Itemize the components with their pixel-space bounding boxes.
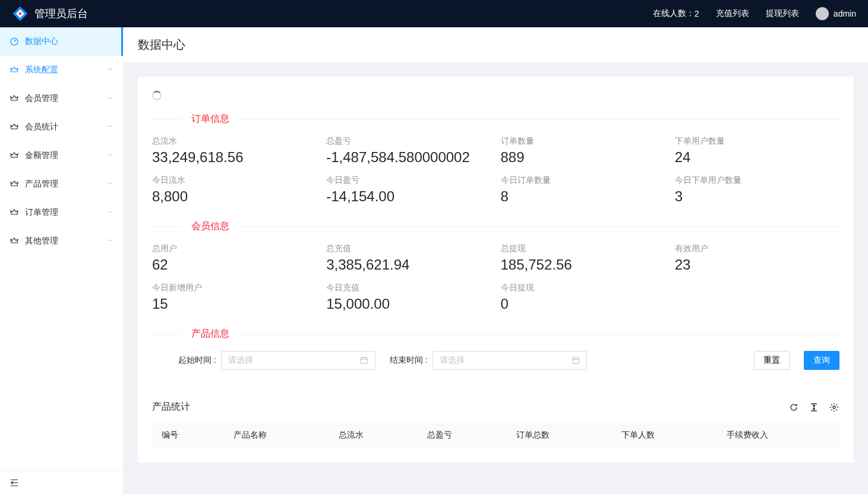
product-stats-card: 产品统计 编号产品名称总流水总盈亏订单总数下单人数手续费收入 — [152, 394, 839, 448]
stat-value: 3 — [675, 188, 839, 205]
stat-value: -1,487,584.580000002 — [326, 149, 491, 166]
svg-rect-3 — [572, 358, 579, 364]
sidebar-item-7[interactable]: 其他管理﹀ — [0, 227, 123, 255]
start-date-field: 起始时间 请选择 — [178, 351, 375, 370]
gear-icon — [829, 403, 839, 412]
section-divider-member: 会员信息 — [152, 220, 839, 233]
stat-value: 889 — [501, 149, 665, 166]
stat-label: 订单数量 — [501, 136, 665, 147]
start-date-input[interactable]: 请选择 — [221, 351, 375, 370]
stat-label: 今日充值 — [326, 283, 491, 293]
settings-button[interactable] — [829, 402, 839, 413]
table-header-4: 订单总数 — [507, 423, 612, 448]
sidebar-item-5[interactable]: 产品管理﹀ — [0, 170, 123, 198]
crown-icon — [10, 208, 19, 217]
end-date-field: 结束时间 请选择 — [390, 351, 587, 370]
table-header-0: 编号 — [152, 423, 224, 448]
stat-label: 今日新增用户 — [152, 283, 317, 293]
main-content: 数据中心 订单信息 总流水33,249,618.56总盈亏-1,487,584.… — [124, 27, 868, 477]
sidebar-item-label: 会员统计 — [25, 122, 108, 132]
sidebar-item-label: 其他管理 — [25, 236, 108, 246]
section-divider-order: 订单信息 — [152, 113, 839, 125]
member-stat-3: 有效用户23 — [675, 243, 839, 278]
end-date-label: 结束时间 — [390, 355, 428, 366]
sidebar-item-3[interactable]: 会员统计﹀ — [0, 113, 123, 141]
stat-label: 总盈亏 — [326, 136, 491, 147]
reload-button[interactable] — [788, 402, 799, 413]
member-stat-7 — [675, 283, 839, 317]
end-date-placeholder: 请选择 — [440, 355, 465, 366]
nav-withdraw-list[interactable]: 提现列表 — [766, 8, 799, 19]
crown-icon — [10, 65, 19, 75]
svg-point-0 — [19, 12, 21, 15]
start-date-placeholder: 请选择 — [228, 355, 253, 366]
calendar-icon — [572, 356, 580, 365]
product-stats-title: 产品统计 — [152, 401, 779, 413]
chevron-down-icon: ﹀ — [108, 180, 113, 188]
table-header-2: 总流水 — [329, 423, 418, 448]
order-stat-1: 总盈亏-1,487,584.580000002 — [326, 136, 491, 170]
sidebar-item-1[interactable]: 系统配置﹀ — [0, 56, 123, 84]
sidebar-collapse-toggle[interactable] — [0, 470, 123, 477]
member-stat-0: 总用户62 — [152, 243, 317, 278]
page-title: 数据中心 — [138, 37, 854, 53]
stat-value: 8,800 — [152, 188, 317, 205]
stat-value: 15 — [152, 296, 317, 312]
sidebar-item-4[interactable]: 金额管理﹀ — [0, 141, 123, 170]
stat-label: 总提现 — [501, 243, 665, 254]
crown-icon — [10, 122, 19, 132]
stat-label: 今日提现 — [501, 283, 665, 293]
sidebar-item-0[interactable]: 数据中心 — [0, 27, 123, 56]
crown-icon — [10, 94, 19, 103]
stat-label: 今日下单用户数量 — [675, 175, 839, 186]
order-stats-grid: 总流水33,249,618.56总盈亏-1,487,584.580000002订… — [152, 136, 839, 210]
dashboard-card: 订单信息 总流水33,249,618.56总盈亏-1,487,584.58000… — [138, 77, 854, 463]
online-count-value: 2 — [695, 9, 699, 18]
sidebar-item-6[interactable]: 订单管理﹀ — [0, 198, 123, 227]
stat-value: 15,000.00 — [326, 296, 491, 312]
calendar-icon — [360, 356, 368, 365]
crown-icon — [10, 151, 19, 160]
section-title-member: 会员信息 — [182, 220, 239, 233]
section-title-order: 订单信息 — [182, 113, 239, 125]
crown-icon — [10, 236, 19, 246]
chevron-down-icon: ﹀ — [108, 66, 113, 74]
page-header: 数据中心 — [124, 27, 868, 62]
username: admin — [834, 9, 856, 18]
chevron-down-icon: ﹀ — [108, 237, 113, 245]
online-users: 在线人数： 2 — [653, 8, 699, 19]
reset-button[interactable]: 重置 — [754, 351, 790, 370]
stat-value: 23 — [675, 256, 839, 273]
stat-label: 总充值 — [326, 243, 491, 254]
nav-recharge-list[interactable]: 充值列表 — [716, 8, 749, 19]
section-title-product: 产品信息 — [182, 328, 239, 340]
stat-label: 总流水 — [152, 136, 317, 147]
chevron-down-icon: ﹀ — [108, 94, 113, 103]
order-stat-2: 订单数量889 — [501, 136, 665, 170]
product-filter-form: 起始时间 请选择 结束时间 请选择 重置 查询 — [152, 351, 839, 370]
sidebar-item-label: 系统配置 — [25, 65, 108, 75]
column-height-button[interactable] — [809, 402, 819, 413]
sidebar: 数据中心系统配置﹀会员管理﹀会员统计﹀金额管理﹀产品管理﹀订单管理﹀其他管理﹀ — [0, 27, 124, 477]
start-date-label: 起始时间 — [178, 355, 216, 366]
stat-label: 下单用户数量 — [675, 136, 839, 147]
product-stats-table: 编号产品名称总流水总盈亏订单总数下单人数手续费收入 — [152, 423, 839, 448]
end-date-input[interactable]: 请选择 — [433, 351, 587, 370]
member-stat-1: 总充值3,385,621.94 — [326, 243, 491, 278]
order-stat-0: 总流水33,249,618.56 — [152, 136, 317, 170]
order-stat-5: 今日盈亏-14,154.00 — [326, 175, 491, 210]
order-stat-3: 下单用户数量24 — [675, 136, 839, 170]
stat-value: 3,385,621.94 — [326, 256, 491, 273]
query-button[interactable]: 查询 — [804, 351, 839, 370]
app-logo: 管理员后台 — [12, 5, 88, 22]
reload-icon — [789, 403, 798, 412]
sidebar-item-label: 会员管理 — [25, 93, 108, 104]
sidebar-item-2[interactable]: 会员管理﹀ — [0, 84, 123, 113]
order-stat-7: 今日下单用户数量3 — [675, 175, 839, 210]
sidebar-item-label: 产品管理 — [25, 179, 108, 189]
table-header-5: 下单人数 — [612, 423, 717, 448]
avatar — [816, 7, 829, 20]
user-menu[interactable]: admin — [816, 7, 856, 20]
order-stat-6: 今日订单数量8 — [501, 175, 665, 210]
svg-rect-2 — [361, 358, 367, 364]
